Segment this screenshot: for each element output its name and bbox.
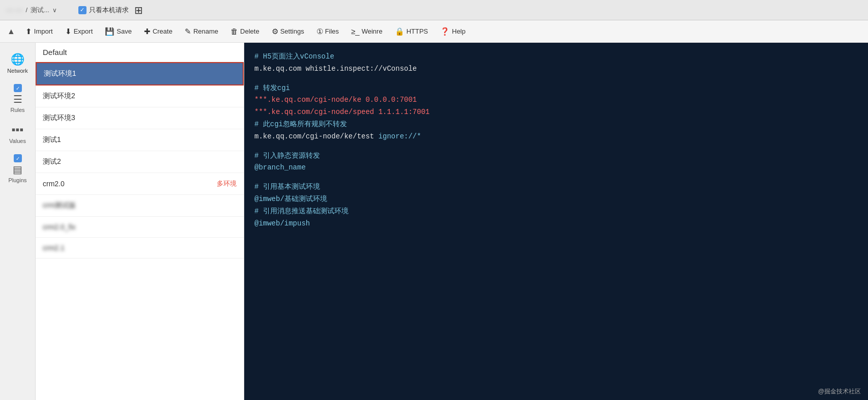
code-line-1: m.ke.qq.com whistle.inspect://vConsole <box>254 63 858 75</box>
https-label: HTTPS <box>407 27 428 35</box>
save-button[interactable]: 💾 Save <box>100 24 137 39</box>
breadcrumb-current: 测试... <box>31 6 49 15</box>
delete-label: Delete <box>240 27 259 35</box>
code-blank-3 <box>254 174 858 181</box>
weinre-button[interactable]: ≥_ Weinre <box>346 24 388 38</box>
https-button[interactable]: 🔒 HTTPS <box>390 24 433 39</box>
rule-label: 测试2 <box>43 157 61 165</box>
collapse-button[interactable]: ▲ <box>4 24 18 39</box>
list-item[interactable]: crm2.0 多环境 <box>36 173 244 195</box>
code-val-2a: 0.0.0.0:7001 <box>365 96 417 104</box>
create-icon: ✚ <box>144 27 151 36</box>
save-icon: 💾 <box>105 27 114 36</box>
code-line-4: m.ke.qq.com/cgi-node/ke/test ignore://* <box>254 131 858 143</box>
delete-icon: 🗑 <box>230 27 238 36</box>
rule-label: 测试环境1 <box>44 69 76 77</box>
list-item[interactable]: crm2.0_fix <box>36 217 244 238</box>
qr-code-icon[interactable]: ⊞ <box>134 4 143 16</box>
values-icon: ▪▪▪ <box>12 123 23 136</box>
breadcrumb: ···· ···· / 测试... ∨ <box>6 6 57 15</box>
sidebar-label-network: Network <box>7 68 27 74</box>
rules-header: Default <box>36 43 244 62</box>
code-line-6: @imweb/基础测试环境 <box>254 193 858 206</box>
code-line-5: @branch_name <box>254 162 858 174</box>
code-line-7: @imweb/impush <box>254 218 858 230</box>
weinre-label: Weinre <box>362 27 383 35</box>
code-comment-1: # H5页面注入vConsole <box>254 51 858 63</box>
list-item[interactable]: 测试环境1 <box>36 62 244 85</box>
rename-icon: ✎ <box>185 27 191 36</box>
code-host-4: m.ke.qq.com/cgi-node/ke/test <box>254 132 374 140</box>
code-blank-2 <box>254 143 858 150</box>
code-comment-5: # 引用基本测试环境 <box>254 181 858 193</box>
sidebar-label-rules: Rules <box>10 107 24 113</box>
export-button[interactable]: ⬇ Export <box>60 24 98 39</box>
breadcrumb-text: ···· ···· <box>6 6 23 14</box>
rule-label: crm测试版 <box>43 201 76 209</box>
code-val-4: ignore://* <box>379 132 421 140</box>
rule-label: crm2.0 <box>43 180 65 188</box>
files-icon: ① <box>316 27 323 36</box>
rule-label: 测试1 <box>43 135 61 144</box>
export-label: Export <box>74 27 93 35</box>
rename-label: Rename <box>193 27 218 35</box>
settings-icon: ⚙ <box>272 27 278 36</box>
toolbar: ▲ ⬆ Import ⬇ Export 💾 Save ✚ Create ✎ Re… <box>0 20 868 43</box>
help-label: Help <box>452 27 466 35</box>
files-button[interactable]: ① Files <box>311 24 344 39</box>
list-item[interactable]: 测试2 <box>36 151 244 173</box>
rules-header-title: Default <box>43 48 67 56</box>
create-label: Create <box>153 27 172 35</box>
sidebar-item-rules[interactable]: ✓ ☰ Rules <box>0 79 35 118</box>
save-label: Save <box>117 27 132 35</box>
checkbox-icon: ✓ <box>78 6 86 14</box>
rules-checkbox: ✓ <box>14 84 22 92</box>
sidebar-label-plugins: Plugins <box>8 177 26 183</box>
help-icon: ❓ <box>440 27 450 36</box>
create-button[interactable]: ✚ Create <box>139 24 178 39</box>
delete-button[interactable]: 🗑 Delete <box>225 24 265 38</box>
code-val-2b: 1.1.1.1:7001 <box>379 108 430 116</box>
chevron-down-icon[interactable]: ∨ <box>52 7 57 14</box>
settings-button[interactable]: ⚙ Settings <box>267 24 309 39</box>
sidebar-item-plugins[interactable]: ✓ ▤ Plugins <box>0 149 35 188</box>
network-icon: 🌐 <box>11 53 24 66</box>
sidebar-label-values: Values <box>9 138 26 144</box>
top-bar: ···· ···· / 测试... ∨ ✓ 只看本机请求 ⊞ <box>0 0 868 20</box>
code-host-2a: ***.ke.qq.com/cgi-node/ke <box>254 96 361 104</box>
rule-label: crm2.1 <box>43 244 65 252</box>
code-panel: # H5页面注入vConsole m.ke.qq.com whistle.ins… <box>244 43 868 400</box>
rule-label: crm2.0_fix <box>43 223 76 231</box>
rules-icon: ☰ <box>13 93 22 105</box>
code-line-2: ***.ke.qq.com/cgi-node/ke 0.0.0.0:7001 <box>254 94 858 106</box>
import-button[interactable]: ⬆ Import <box>20 24 58 39</box>
code-comment-6: # 引用消息推送基础测试环境 <box>254 206 858 218</box>
breadcrumb-separator: / <box>26 6 28 14</box>
sidebar-item-network[interactable]: 🌐 Network <box>0 48 35 79</box>
watermark: @掘金技术社区 <box>818 387 861 396</box>
code-blank-1 <box>254 75 858 82</box>
local-request-filter[interactable]: ✓ 只看本机请求 ⊞ <box>78 4 143 16</box>
list-item[interactable]: 测试1 <box>36 129 244 151</box>
code-comment-3: # 此cgi忽略所有规则不转发 <box>254 119 858 131</box>
help-button[interactable]: ❓ Help <box>435 24 471 39</box>
list-item[interactable]: crm测试版 <box>36 195 244 217</box>
rule-label: 测试环境3 <box>43 113 75 122</box>
export-icon: ⬇ <box>65 27 72 36</box>
plugins-checkbox: ✓ <box>14 154 22 162</box>
multi-env-badge: 多环境 <box>217 179 237 188</box>
checkbox-label: 只看本机请求 <box>89 6 129 15</box>
rename-button[interactable]: ✎ Rename <box>180 24 223 39</box>
list-item[interactable]: crm2.1 <box>36 238 244 259</box>
main-layout: 🌐 Network ✓ ☰ Rules ▪▪▪ Values ✓ ▤ Plugi… <box>0 43 868 400</box>
files-label: Files <box>325 27 339 35</box>
list-item[interactable]: 测试环境3 <box>36 107 244 129</box>
https-icon: 🔒 <box>395 27 404 36</box>
import-icon: ⬆ <box>25 27 32 36</box>
sidebar: 🌐 Network ✓ ☰ Rules ▪▪▪ Values ✓ ▤ Plugi… <box>0 43 36 400</box>
sidebar-item-values[interactable]: ▪▪▪ Values <box>0 118 35 149</box>
plugins-icon: ▤ <box>13 163 22 176</box>
rules-panel: Default 测试环境1 测试环境2 测试环境3 测试1 测试2 crm2.0… <box>36 43 244 400</box>
list-item[interactable]: 测试环境2 <box>36 85 244 107</box>
code-comment-2: # 转发cgi <box>254 82 858 95</box>
